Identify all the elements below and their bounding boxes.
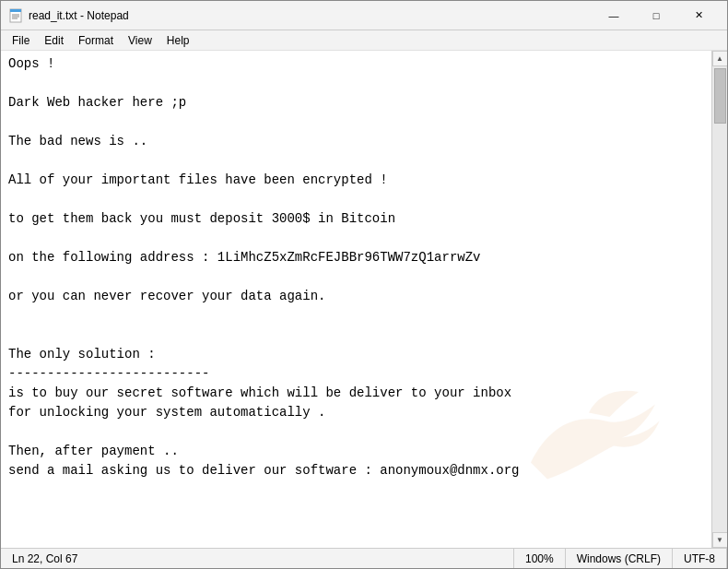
menu-file[interactable]: File bbox=[5, 32, 37, 49]
menu-help[interactable]: Help bbox=[159, 32, 197, 49]
scroll-up-arrow[interactable]: ▲ bbox=[712, 51, 728, 66]
menu-edit[interactable]: Edit bbox=[37, 32, 71, 49]
status-zoom: 100% bbox=[514, 549, 566, 568]
scroll-track[interactable] bbox=[712, 66, 727, 532]
status-bar: Ln 22, Col 67 100% Windows (CRLF) UTF-8 bbox=[1, 548, 727, 568]
menu-bar: File Edit Format View Help bbox=[1, 30, 727, 51]
close-button[interactable]: ✕ bbox=[677, 1, 720, 30]
title-bar: read_it.txt - Notepad — □ ✕ bbox=[1, 1, 727, 30]
notepad-window: read_it.txt - Notepad — □ ✕ File Edit Fo… bbox=[0, 0, 728, 569]
text-editor[interactable] bbox=[1, 51, 711, 548]
status-encoding: UTF-8 bbox=[673, 549, 727, 568]
maximize-button[interactable]: □ bbox=[635, 1, 677, 30]
scroll-thumb[interactable] bbox=[714, 68, 726, 124]
scroll-down-arrow[interactable]: ▼ bbox=[712, 532, 728, 548]
svg-rect-1 bbox=[10, 9, 21, 12]
editor-area: ▲ ▼ bbox=[1, 51, 727, 548]
vertical-scrollbar: ▲ ▼ bbox=[711, 51, 727, 548]
window-title: read_it.txt - Notepad bbox=[29, 9, 593, 22]
menu-view[interactable]: View bbox=[121, 32, 159, 49]
menu-format[interactable]: Format bbox=[71, 32, 121, 49]
notepad-icon bbox=[8, 8, 23, 23]
window-controls: — □ ✕ bbox=[593, 1, 720, 30]
status-position: Ln 22, Col 67 bbox=[1, 549, 514, 568]
minimize-button[interactable]: — bbox=[593, 1, 635, 30]
status-line-ending: Windows (CRLF) bbox=[566, 549, 673, 568]
